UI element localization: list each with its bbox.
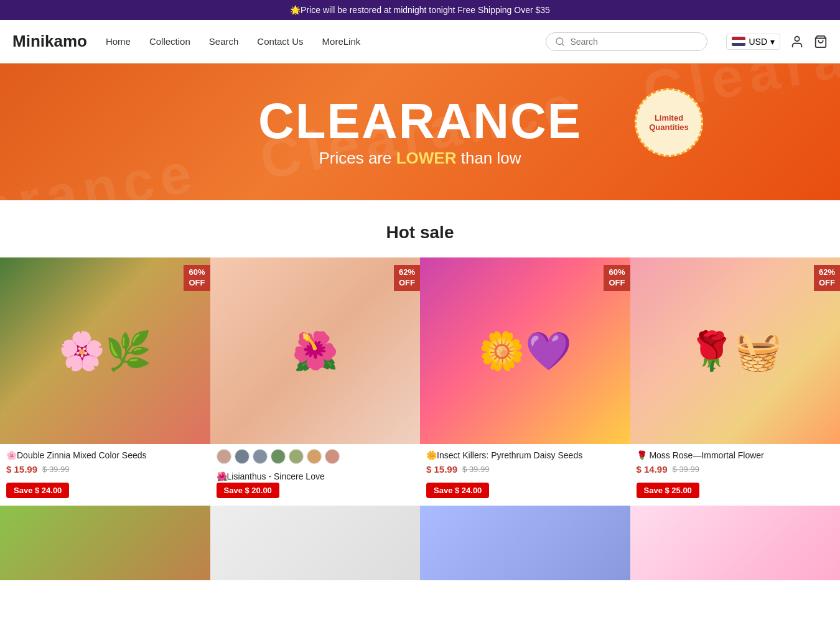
product-name-2: 🌺Lisianthus - Sincere Love xyxy=(217,471,414,481)
price-original-3: $ 39.99 xyxy=(462,465,489,474)
product-name-3: 🌼Insect Killers: Pyrethrum Daisy Seeds xyxy=(426,450,624,460)
save-badge-3: Save $ 24.00 xyxy=(426,483,489,498)
swatch-2[interactable] xyxy=(235,449,250,464)
product-card-4[interactable]: 🌹🧺 62%OFF Save $ 25.00 🌹 Moss Rose—Immor… xyxy=(630,257,841,506)
chevron-down-icon: ▾ xyxy=(770,37,775,47)
price-original-1: $ 39.99 xyxy=(42,465,69,474)
swatch-1[interactable] xyxy=(217,449,231,464)
color-swatches-2 xyxy=(210,444,421,465)
banner-subtitle-end: than low xyxy=(456,149,521,167)
discount-badge-4: 62%OFF xyxy=(814,265,840,291)
banner-main-text: CLEARANCE xyxy=(258,96,582,146)
product-image-3: 🌼💜 xyxy=(420,257,630,444)
announcement-bar: 🌟Price will be restored at midnight toni… xyxy=(0,0,840,20)
banner-subtitle-start: Prices are xyxy=(319,149,396,167)
price-original-4: $ 39.99 xyxy=(673,465,699,474)
nav-collection[interactable]: Collection xyxy=(149,36,190,47)
announcement-text: 🌟Price will be restored at midnight toni… xyxy=(290,5,550,15)
banner: Clearance Clearance Clearance CLEARANCE … xyxy=(0,63,840,200)
search-icon xyxy=(555,37,565,47)
swatch-5[interactable] xyxy=(289,449,304,464)
product-row2-card-2[interactable] xyxy=(210,506,421,580)
product-prices-1: $ 15.99 $ 39.99 xyxy=(6,464,204,475)
swatch-3[interactable] xyxy=(253,449,268,464)
product-prices-3: $ 15.99 $ 39.99 xyxy=(426,464,624,475)
product-row2-card-1[interactable] xyxy=(0,506,210,580)
section-title: Hot sale xyxy=(0,223,840,243)
product-grid: 🌸🌿 60%OFF Save $ 24.00 🌸Double Zinnia Mi… xyxy=(0,257,840,506)
nav-search[interactable]: Search xyxy=(209,36,239,47)
product-prices-4: $ 14.99 $ 39.99 xyxy=(637,464,834,475)
nav-morelink[interactable]: MoreLink xyxy=(322,36,361,47)
account-icon[interactable] xyxy=(790,35,804,49)
product-card-1[interactable]: 🌸🌿 60%OFF Save $ 24.00 🌸Double Zinnia Mi… xyxy=(0,257,210,506)
nav-contact[interactable]: Contact Us xyxy=(257,36,303,47)
product-image-2: 🌺 xyxy=(210,257,421,444)
price-current-3: $ 15.99 xyxy=(426,464,457,475)
save-badge-1: Save $ 24.00 xyxy=(6,483,69,498)
discount-badge-3: 60%OFF xyxy=(604,265,630,291)
svg-point-2 xyxy=(795,36,799,40)
banner-subtitle-highlight: LOWER xyxy=(396,149,457,167)
search-bar xyxy=(546,32,707,51)
swatch-4[interactable] xyxy=(271,449,286,464)
price-current-1: $ 15.99 xyxy=(6,464,37,475)
product-image-1: 🌸🌿 xyxy=(0,257,210,444)
product-row2-card-4[interactable] xyxy=(630,506,841,580)
product-card-3[interactable]: 🌼💜 60%OFF Save $ 24.00 🌼Insect Killers: … xyxy=(420,257,630,506)
nav-home[interactable]: Home xyxy=(106,36,131,47)
save-badge-4: Save $ 25.00 xyxy=(637,483,699,498)
banner-limited-badge: Limited Quantities xyxy=(635,88,703,157)
product-info-1: 🌸Double Zinnia Mixed Color Seeds $ 15.99… xyxy=(0,444,210,484)
product-name-1: 🌸Double Zinnia Mixed Color Seeds xyxy=(6,450,204,460)
currency-label: USD xyxy=(749,37,767,47)
banner-subtitle: Prices are LOWER than low xyxy=(258,149,582,168)
header-right: USD ▾ xyxy=(726,34,828,50)
header: Minikamo Home Collection Search Contact … xyxy=(0,20,840,63)
product-name-4: 🌹 Moss Rose—Immortal Flower xyxy=(637,450,834,460)
save-badge-2: Save $ 20.00 xyxy=(217,483,279,498)
product-card-2[interactable]: 🌺 62%OFF Save $ 20.00 🌺Lisianthus - Sinc… xyxy=(210,257,421,506)
discount-badge-1: 60%OFF xyxy=(184,265,210,291)
product-grid-row2 xyxy=(0,506,840,580)
discount-badge-2: 62%OFF xyxy=(394,265,420,291)
currency-selector[interactable]: USD ▾ xyxy=(726,34,780,50)
svg-line-1 xyxy=(562,44,564,45)
banner-content: CLEARANCE Prices are LOWER than low xyxy=(258,96,582,168)
product-info-4: 🌹 Moss Rose—Immortal Flower $ 14.99 $ 39… xyxy=(630,444,841,484)
banner-badge-line2: Quantities xyxy=(649,123,689,132)
search-input[interactable] xyxy=(570,37,698,47)
product-image-4: 🌹🧺 xyxy=(630,257,841,444)
logo[interactable]: Minikamo xyxy=(12,32,87,51)
price-current-4: $ 14.99 xyxy=(637,464,668,475)
banner-badge-line1: Limited xyxy=(655,113,683,123)
product-row2-card-3[interactable] xyxy=(420,506,630,580)
swatch-6[interactable] xyxy=(307,449,322,464)
swatch-7[interactable] xyxy=(325,449,340,464)
product-info-3: 🌼Insect Killers: Pyrethrum Daisy Seeds $… xyxy=(420,444,630,484)
cart-icon[interactable] xyxy=(814,35,828,49)
navigation: Home Collection Search Contact Us MoreLi… xyxy=(106,36,534,47)
flag-icon xyxy=(732,37,745,46)
